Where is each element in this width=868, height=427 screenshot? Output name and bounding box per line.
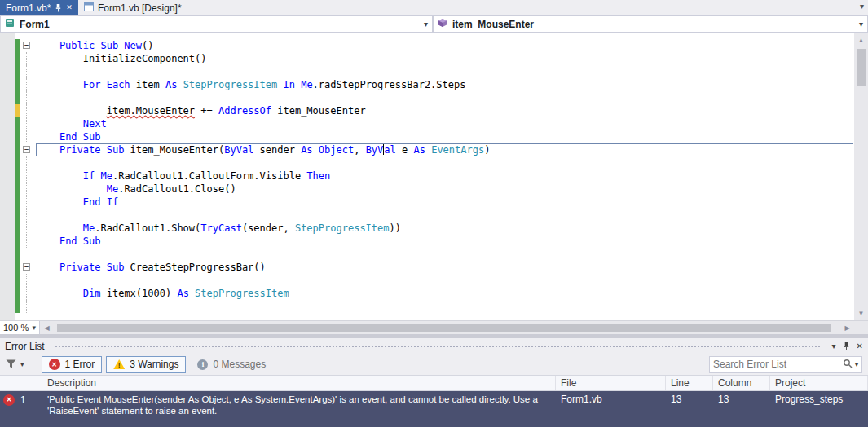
indicator-margin[interactable] [0,183,15,196]
code-line[interactable]: Next [0,117,868,130]
code-line[interactable] [0,300,868,313]
error-list-title-bar[interactable]: Error List ▾ ✕ [0,338,868,354]
indicator-margin[interactable] [0,78,15,91]
code-text[interactable]: Next [36,117,853,130]
column-header-line[interactable]: Line [666,376,713,390]
indicator-margin[interactable] [0,209,15,222]
code-text[interactable]: item.MouseEnter += AddressOf item_MouseE… [36,104,853,117]
code-line[interactable]: item.MouseEnter += AddressOf item_MouseE… [0,104,868,117]
types-dropdown[interactable]: Form1 ▾ [0,15,433,33]
indicator-margin[interactable] [0,117,15,130]
column-header-project[interactable]: Project [770,376,868,390]
search-icon[interactable] [843,359,853,371]
code-text[interactable]: End If [36,196,853,209]
indicator-margin[interactable] [0,287,15,300]
indicator-margin[interactable] [0,196,15,209]
indicator-margin[interactable] [0,39,15,52]
column-header-severity[interactable] [0,376,42,390]
indicator-margin[interactable] [0,65,15,78]
code-text[interactable]: End Sub [36,235,853,248]
pin-icon[interactable] [843,341,850,350]
code-text[interactable]: End Sub [36,130,853,143]
indicator-margin[interactable] [0,143,15,156]
search-input[interactable] [713,359,840,370]
code-line[interactable] [0,248,868,261]
scroll-up-icon[interactable]: ▲ [854,33,868,47]
code-text[interactable]: Private Sub item_MouseEnter(ByVal sender… [36,143,853,156]
code-text[interactable]: Private Sub CreateStepProgressBar() [36,261,853,274]
indicator-margin[interactable] [0,130,15,143]
code-line[interactable] [0,65,868,78]
code-line[interactable]: − Private Sub CreateStepProgressBar() [0,261,868,274]
close-icon[interactable]: ✕ [857,341,863,350]
messages-filter-button[interactable]: i 0 Messages [190,356,273,373]
indicator-margin[interactable] [0,91,15,104]
code-line[interactable]: For Each item As StepProgressItem In Me.… [0,78,868,91]
code-line[interactable]: Dim itemx(1000) As StepProgressItem [0,287,868,300]
members-dropdown[interactable]: item_MouseEnter ▾ [433,15,868,33]
code-line[interactable] [0,274,868,287]
fold-collapse-icon[interactable]: − [23,263,30,271]
code-text[interactable]: InitializeComponent() [36,52,853,65]
window-position-chevron-icon[interactable]: ▾ [832,341,836,350]
indicator-margin[interactable] [0,222,15,235]
code-text[interactable] [36,156,853,169]
code-line[interactable] [0,209,868,222]
code-text[interactable] [36,91,853,104]
chevron-down-icon[interactable]: ▾ [855,361,858,368]
indicator-margin[interactable] [0,274,15,287]
vertical-scrollbar-thumb[interactable] [857,49,866,86]
error-row[interactable]: ✕ 1 'Public Event MouseEnter(sender As O… [0,391,868,427]
code-text[interactable]: Me.RadCallout1.Close() [36,183,853,196]
code-line[interactable]: InitializeComponent() [0,52,868,65]
zoom-selector[interactable]: 100 % ▾ [0,321,40,334]
code-line[interactable]: If Me.RadCallout1.CalloutForm.Visible Th… [0,169,868,183]
tab-form1-vb[interactable]: Form1.vb* ✕ [0,0,78,15]
scroll-down-icon[interactable]: ▼ [854,306,868,320]
drag-grip[interactable] [55,344,822,348]
scroll-right-icon[interactable]: ▶ [840,321,854,335]
column-header-file[interactable]: File [556,376,666,390]
indicator-margin[interactable] [0,261,15,274]
code-line[interactable]: Me.RadCallout1.Show(TryCast(sender, Step… [0,222,868,235]
close-icon[interactable]: ✕ [66,4,73,11]
code-line[interactable]: End Sub [0,130,868,143]
column-header-description[interactable]: Description [42,376,556,390]
code-text[interactable]: If Me.RadCallout1.CalloutForm.Visible Th… [36,169,853,183]
code-line[interactable] [0,91,868,104]
code-text[interactable]: Me.RadCallout1.Show(TryCast(sender, Step… [36,222,853,235]
column-header-column[interactable]: Column [713,376,770,390]
horizontal-scrollbar-thumb[interactable] [57,324,831,332]
code-line[interactable]: End Sub [0,235,868,248]
indicator-margin[interactable] [0,248,15,261]
warnings-filter-button[interactable]: ! 3 Warnings [106,356,186,373]
code-text[interactable] [36,209,853,222]
pin-icon[interactable] [55,3,62,12]
code-line[interactable]: − Public Sub New() [0,39,868,52]
indicator-margin[interactable] [0,156,15,169]
indicator-margin[interactable] [0,235,15,248]
code-text[interactable] [36,65,853,78]
tab-form1-vb-design[interactable]: Form1.vb [Design]* [78,0,187,15]
chevron-down-icon[interactable]: ▾ [20,360,24,368]
code-text[interactable]: Dim itemx(1000) As StepProgressItem [36,287,853,300]
code-text[interactable]: For Each item As StepProgressItem In Me.… [36,78,853,91]
fold-collapse-icon[interactable]: − [23,42,30,49]
code-editor[interactable]: − Public Sub New() InitializeComponent()… [0,33,868,320]
code-line[interactable]: Me.RadCallout1.Close() [0,183,868,196]
code-line[interactable]: End If [0,196,868,209]
fold-collapse-icon[interactable]: − [23,146,30,153]
code-text[interactable] [36,300,853,313]
indicator-margin[interactable] [0,52,15,65]
code-line[interactable]: − Private Sub item_MouseEnter(ByVal send… [0,143,868,156]
editor-horizontal-scrollbar[interactable] [54,321,840,334]
editor-vertical-scrollbar[interactable]: ▲ ▼ [854,33,868,320]
tab-list-chevron-icon[interactable]: ▾ [860,2,864,11]
code-text[interactable]: Public Sub New() [36,39,853,52]
code-text[interactable] [36,248,853,261]
errors-filter-button[interactable]: ✕ 1 Error [42,356,103,373]
indicator-margin[interactable] [0,300,15,313]
scroll-left-icon[interactable]: ◀ [40,321,54,335]
indicator-margin[interactable] [0,104,15,117]
code-text[interactable] [36,274,853,287]
